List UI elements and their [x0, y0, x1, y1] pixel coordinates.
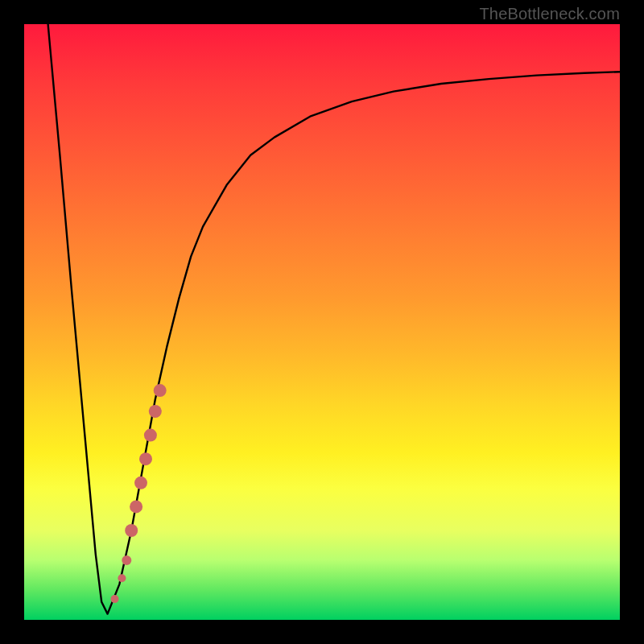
highlight-dot — [144, 429, 157, 442]
chart-frame: TheBottleneck.com — [0, 0, 644, 644]
highlight-dot — [134, 477, 147, 489]
highlight-dot — [122, 555, 131, 565]
highlight-dot — [139, 452, 152, 465]
highlight-dot — [118, 574, 126, 582]
chart-svg — [24, 24, 620, 620]
plot-area — [24, 24, 620, 620]
highlight-dot — [111, 595, 119, 603]
highlight-dot — [125, 524, 138, 537]
highlight-dot — [154, 384, 167, 397]
highlight-dot — [130, 500, 142, 513]
highlight-dot — [149, 405, 162, 418]
watermark-text: TheBottleneck.com — [479, 5, 620, 23]
